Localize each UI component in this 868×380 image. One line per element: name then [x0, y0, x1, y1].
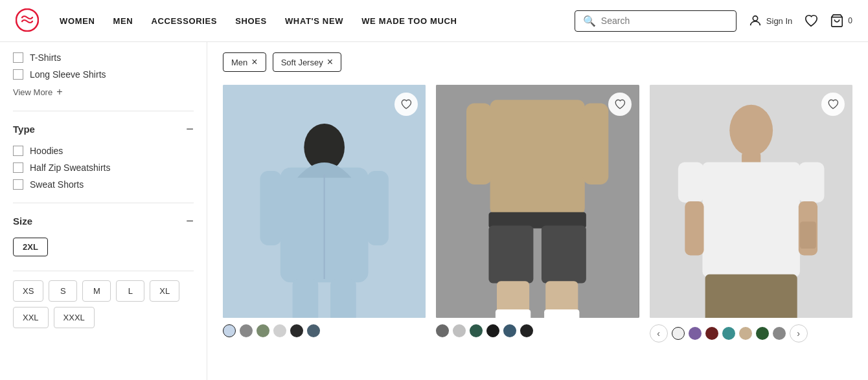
- svg-rect-21: [544, 309, 579, 318]
- color-dot[interactable]: [470, 324, 483, 337]
- color-dot[interactable]: [672, 327, 685, 340]
- color-dot[interactable]: [453, 324, 466, 337]
- product-image-2[interactable]: [436, 85, 639, 318]
- product-colors-2: [436, 324, 639, 337]
- size-section-header: Size −: [13, 214, 194, 229]
- nav-men[interactable]: MEN: [113, 14, 133, 28]
- filter-tag-soft-jersey[interactable]: Soft Jersey ×: [273, 52, 341, 72]
- size-s[interactable]: S: [49, 280, 77, 302]
- type-filter-section: Type − Hoodies Half Zip Sweatshirts Swea…: [13, 122, 194, 190]
- color-dot[interactable]: [705, 327, 718, 340]
- size-xs[interactable]: XS: [13, 280, 43, 302]
- nav-women[interactable]: WOMEN: [60, 14, 95, 28]
- search-icon: 🔍: [583, 15, 596, 27]
- nav-shoes[interactable]: SHOES: [235, 14, 267, 28]
- user-icon: [748, 14, 762, 28]
- svg-rect-16: [489, 226, 534, 284]
- size-filter-section: Size − 2XL XS S M L XL XXL XXXL: [13, 214, 194, 328]
- color-dot[interactable]: [739, 327, 752, 340]
- svg-rect-30: [705, 274, 797, 318]
- wishlist-btn-3[interactable]: [821, 93, 845, 116]
- sign-in-label: Sign In: [766, 16, 792, 26]
- filter-tag-men-close[interactable]: ×: [251, 57, 257, 67]
- nav-whats-new[interactable]: WHAT'S NEW: [285, 14, 343, 28]
- search-input[interactable]: [601, 16, 728, 26]
- plus-icon: +: [56, 86, 62, 98]
- svg-rect-8: [293, 279, 319, 318]
- color-dot[interactable]: [240, 324, 253, 337]
- filter-long-sleeve[interactable]: Long Sleeve Shirts: [13, 69, 194, 80]
- size-selected-2xl[interactable]: 2XL: [13, 238, 48, 256]
- color-dot[interactable]: [486, 324, 499, 337]
- size-collapse-icon[interactable]: −: [186, 214, 194, 229]
- cart-group[interactable]: 0: [830, 14, 852, 28]
- color-dot[interactable]: [273, 324, 286, 337]
- product-image-1[interactable]: [223, 85, 426, 318]
- filter-tshirts-label: T-Shirts: [30, 52, 61, 63]
- size-xxl[interactable]: XXL: [13, 307, 49, 328]
- product-colors-1: [223, 324, 426, 337]
- products-grid: ‹ ›: [223, 85, 852, 342]
- divider-1: [13, 111, 194, 111]
- color-dot[interactable]: [722, 327, 735, 340]
- filter-hoodies-label: Hoodies: [30, 146, 63, 156]
- svg-rect-25: [702, 162, 799, 277]
- tshirts-checkbox[interactable]: [13, 52, 23, 63]
- product-image-3[interactable]: [650, 85, 852, 318]
- color-dot[interactable]: [520, 324, 533, 337]
- filter-sweat-shorts[interactable]: Sweat Shorts: [13, 179, 194, 190]
- svg-rect-26: [678, 162, 704, 203]
- colors-next-arrow[interactable]: ›: [790, 324, 808, 342]
- view-more-button[interactable]: View More +: [13, 86, 194, 98]
- filter-tag-soft-jersey-close[interactable]: ×: [327, 57, 333, 67]
- colors-prev-arrow[interactable]: ‹: [650, 324, 668, 342]
- filter-tag-soft-jersey-label: Soft Jersey: [281, 58, 323, 67]
- color-dot[interactable]: [307, 324, 320, 337]
- product-card-1: [223, 85, 426, 342]
- sweat-shorts-checkbox[interactable]: [13, 179, 23, 190]
- sidebar: T-Shirts Long Sleeve Shirts View More + …: [0, 42, 207, 380]
- size-xxxl[interactable]: XXXL: [54, 307, 95, 328]
- color-dot[interactable]: [436, 324, 449, 337]
- size-l[interactable]: L: [116, 280, 144, 302]
- svg-rect-7: [367, 171, 388, 245]
- nav-accessories[interactable]: ACCESSORIES: [151, 14, 217, 28]
- svg-point-1: [753, 16, 757, 21]
- half-zip-checkbox[interactable]: [13, 162, 23, 173]
- color-dot[interactable]: [503, 324, 516, 337]
- filter-long-sleeve-label: Long Sleeve Shirts: [30, 69, 106, 80]
- filter-tag-men-label: Men: [231, 58, 247, 67]
- hoodies-checkbox[interactable]: [13, 146, 23, 156]
- size-m[interactable]: M: [82, 280, 111, 302]
- heart-icon-1: [400, 98, 412, 110]
- svg-rect-28: [685, 201, 703, 256]
- main-content: Men × Soft Jersey ×: [207, 42, 868, 380]
- size-xl[interactable]: XL: [150, 280, 179, 302]
- filter-tshirts[interactable]: T-Shirts: [13, 52, 194, 63]
- long-sleeve-checkbox[interactable]: [13, 69, 23, 80]
- cart-icon: [830, 14, 844, 28]
- type-section-label: Type: [13, 124, 35, 135]
- wishlist-btn-2[interactable]: [608, 93, 632, 116]
- nav-we-made-too-much[interactable]: WE MADE TOO MUCH: [361, 14, 457, 28]
- svg-point-23: [729, 105, 773, 156]
- color-dot[interactable]: [689, 327, 702, 340]
- color-dot[interactable]: [290, 324, 303, 337]
- svg-rect-13: [466, 104, 492, 184]
- search-bar[interactable]: 🔍: [575, 10, 737, 32]
- svg-rect-17: [542, 226, 586, 284]
- svg-rect-27: [798, 162, 824, 203]
- header-icons: Sign In 0: [748, 14, 852, 28]
- wishlist-header[interactable]: [804, 14, 818, 28]
- filter-half-zip[interactable]: Half Zip Sweatshirts: [13, 162, 194, 173]
- sign-in-group[interactable]: Sign In: [748, 14, 792, 28]
- color-dot[interactable]: [257, 324, 269, 337]
- color-dot[interactable]: [773, 327, 786, 340]
- color-dot[interactable]: [223, 324, 236, 337]
- type-collapse-icon[interactable]: −: [186, 122, 194, 137]
- filter-tag-men[interactable]: Men ×: [223, 52, 266, 72]
- logo[interactable]: [16, 8, 39, 34]
- product-card-3: ‹ ›: [650, 85, 852, 342]
- color-dot[interactable]: [756, 327, 769, 340]
- filter-hoodies[interactable]: Hoodies: [13, 146, 194, 156]
